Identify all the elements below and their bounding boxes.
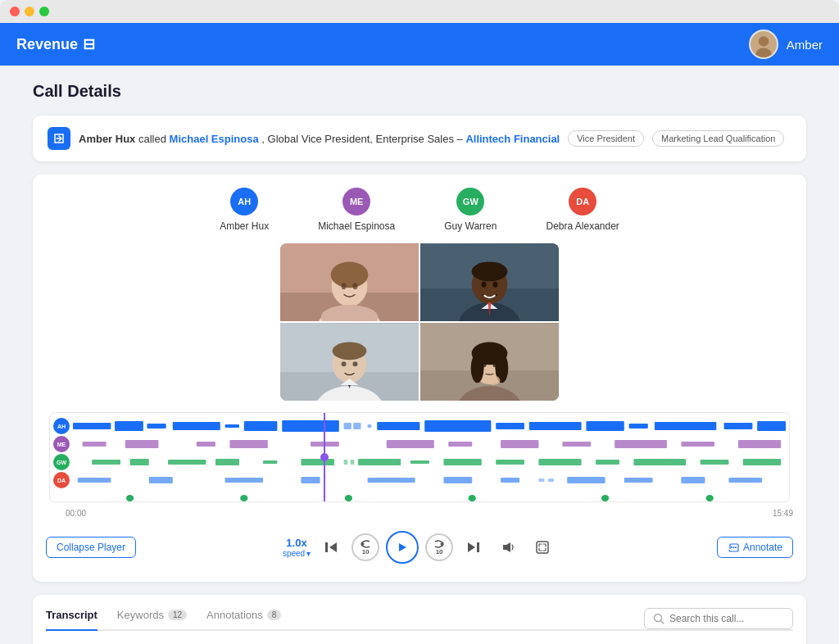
svg-rect-88 [443,477,472,483]
svg-rect-102 [325,542,328,552]
brand-icon: ⊟ [83,35,95,53]
svg-rect-48 [529,422,582,430]
collapse-player-button[interactable]: Collapse Player [46,537,136,558]
tag-vice-president[interactable]: Vice President [568,130,644,147]
svg-rect-110 [537,542,548,553]
svg-rect-76 [443,459,481,465]
svg-marker-109 [503,542,510,552]
volume-button[interactable] [494,533,522,561]
time-start: 00:00 [66,509,86,518]
svg-rect-35 [73,423,111,429]
call-info-text: Amber Hux called Michael Espinosa , Glob… [79,133,560,145]
tab-annotations[interactable]: Annotations 8 [206,609,281,629]
svg-point-32 [482,362,487,367]
svg-point-9 [352,283,357,289]
svg-rect-68 [168,460,206,465]
nav-user[interactable]: Amber [749,29,823,59]
playback-controls: Collapse Player 1.0x speed ▾ [46,526,793,569]
svg-rect-36 [115,421,143,431]
playhead-dot [320,453,329,461]
svg-point-112 [732,546,734,548]
svg-rect-61 [501,440,538,448]
svg-point-17 [492,282,497,288]
tab-keywords[interactable]: Keywords 12 [117,609,187,629]
svg-point-30 [471,353,484,383]
svg-point-16 [482,282,487,288]
waveform-section[interactable]: AH [46,412,793,502]
callee-title: Global Vice President, Enterprise Sales [268,133,454,145]
svg-rect-70 [263,460,277,464]
track-bars-gw [73,456,786,469]
svg-point-100 [601,495,609,501]
participant-avatar-gw: GW [456,188,484,215]
svg-rect-50 [629,424,648,429]
svg-rect-93 [624,478,653,483]
svg-rect-83 [78,478,111,483]
svg-rect-44 [368,424,372,428]
participant-name-gw: Guy Warren [444,220,497,232]
svg-rect-77 [496,460,524,465]
skip-back-button[interactable] [317,533,345,561]
svg-point-23 [342,361,347,366]
tab-transcript[interactable]: Transcript [46,609,98,631]
svg-marker-105 [399,543,406,551]
svg-marker-103 [329,542,337,552]
svg-rect-74 [358,459,401,465]
annotate-button[interactable]: Annotate [717,537,793,558]
participants-row: AH Amber Hux ME Michael Espinosa GW Guy … [46,188,793,232]
svg-rect-79 [596,460,619,465]
video-cell-4 [420,323,559,401]
video-cell-3 [280,323,419,401]
svg-rect-52 [724,423,753,429]
svg-rect-42 [344,423,351,429]
svg-rect-43 [353,423,361,429]
svg-rect-73 [351,460,355,465]
play-button[interactable] [386,531,419,564]
participant-ah: AH Amber Hux [220,188,269,232]
fullscreen-button[interactable] [528,533,556,561]
user-name: Amber [787,38,823,52]
svg-rect-80 [633,459,686,465]
search-box[interactable] [644,608,793,629]
callee-title-text: , [261,133,267,145]
annotations-badge: 8 [267,610,282,620]
forward-10-button[interactable]: 10 [425,533,453,561]
svg-rect-40 [244,421,278,431]
svg-rect-66 [92,460,120,465]
rewind-10-button[interactable]: 10 [351,533,379,561]
speed-control[interactable]: 1.0x speed ▾ [283,537,311,558]
svg-point-7 [331,261,369,288]
call-verb: called [138,133,170,145]
svg-rect-57 [229,440,267,448]
close-dot[interactable] [10,7,20,16]
svg-point-113 [735,546,737,548]
caller-name: Amber Hux [79,133,135,145]
svg-point-97 [240,495,247,501]
maximize-dot[interactable] [39,7,49,16]
minimize-dot[interactable] [25,7,34,16]
svg-rect-67 [130,459,149,465]
svg-point-1 [759,36,769,46]
svg-rect-107 [477,542,479,552]
svg-rect-59 [387,440,434,448]
brand[interactable]: Revenue ⊟ [16,35,95,53]
track-avatar-me: ME [53,436,70,452]
annotate-label: Annotate [743,542,782,553]
tag-marketing[interactable]: Marketing Lead Qualification [652,130,784,147]
participant-gw: GW Guy Warren [444,188,497,232]
svg-rect-92 [567,477,605,483]
skip-forward-button[interactable] [460,533,488,561]
svg-rect-37 [147,424,166,429]
search-input[interactable] [669,613,784,624]
playhead[interactable] [324,413,325,501]
track-avatar-da: DA [53,472,70,488]
video-cell-1 [280,243,419,321]
svg-rect-86 [301,477,320,483]
svg-rect-55 [125,440,159,448]
svg-rect-90 [538,478,544,482]
svg-rect-65 [738,440,781,448]
svg-point-24 [352,361,357,366]
svg-point-8 [342,283,347,289]
svg-rect-60 [448,442,472,447]
svg-rect-82 [743,459,781,465]
